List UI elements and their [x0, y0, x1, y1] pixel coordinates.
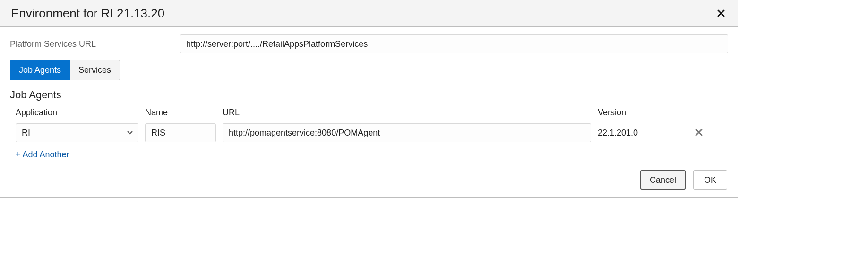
dialog-header: Environment for RI 21.13.20 — [0, 0, 738, 27]
tab-bar: Job Agents Services — [10, 60, 728, 80]
cell-application — [16, 123, 138, 142]
close-button[interactable] — [715, 8, 727, 19]
dialog-body: Platform Services URL Job Agents Service… — [0, 27, 738, 167]
table-row: 22.1.201.0 — [16, 123, 728, 142]
cell-actions — [689, 126, 708, 140]
tab-job-agents[interactable]: Job Agents — [10, 60, 70, 80]
close-icon — [717, 7, 725, 20]
cell-version: 22.1.201.0 — [598, 128, 683, 138]
col-header-application: Application — [16, 108, 138, 118]
cancel-button[interactable]: Cancel — [640, 170, 686, 190]
col-header-name: Name — [145, 108, 216, 118]
grid-header: Application Name URL Version — [16, 108, 728, 118]
environment-dialog: Environment for RI 21.13.20 Platform Ser… — [0, 0, 738, 198]
col-header-version: Version — [598, 108, 683, 118]
platform-url-input[interactable] — [180, 34, 728, 53]
url-input[interactable] — [223, 123, 591, 142]
cell-url — [223, 123, 591, 142]
ok-button[interactable]: OK — [693, 170, 727, 190]
add-another-link[interactable]: + Add Another — [16, 150, 69, 160]
application-select[interactable] — [16, 123, 138, 142]
dialog-title: Environment for RI 21.13.20 — [11, 6, 164, 21]
name-input[interactable] — [145, 123, 216, 142]
section-title: Job Agents — [10, 89, 728, 101]
delete-row-button[interactable] — [693, 126, 705, 140]
col-header-url: URL — [223, 108, 591, 118]
job-agents-grid: Application Name URL Version — [16, 108, 728, 160]
tab-services[interactable]: Services — [70, 60, 120, 80]
dialog-footer: Cancel OK — [0, 167, 738, 197]
platform-url-label: Platform Services URL — [10, 39, 180, 49]
application-select-wrap — [16, 123, 138, 142]
close-icon — [695, 131, 703, 138]
platform-url-row: Platform Services URL — [10, 34, 728, 53]
cell-name — [145, 123, 216, 142]
